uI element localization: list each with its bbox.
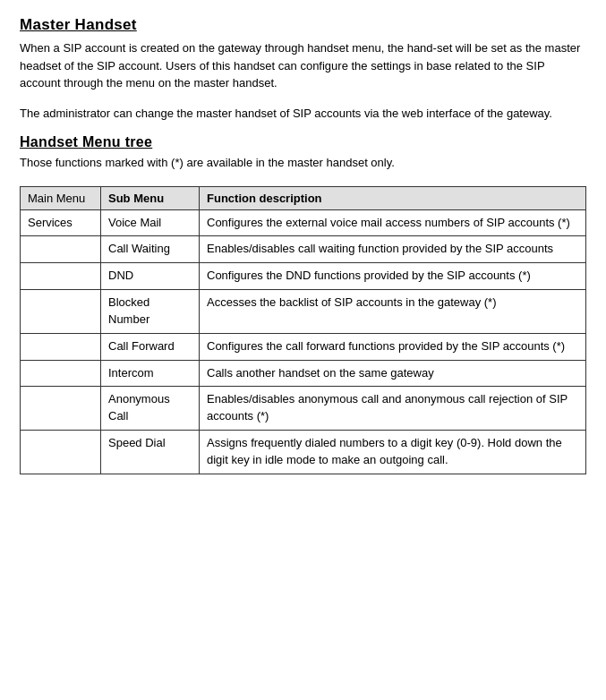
table-row: Anonymous CallEnables/disables anonymous… xyxy=(21,387,586,431)
cell-sub-menu: Call Waiting xyxy=(101,236,200,263)
menu-table: Main Menu Sub Menu Function description … xyxy=(20,186,586,474)
section-title: Handset Menu tree xyxy=(20,134,586,150)
table-row: Call WaitingEnables/disables call waitin… xyxy=(21,236,586,263)
cell-function-desc: Accesses the backlist of SIP accounts in… xyxy=(200,290,586,334)
intro-paragraph-2: The administrator can change the master … xyxy=(20,105,586,123)
table-row: Blocked NumberAccesses the backlist of S… xyxy=(21,290,586,334)
cell-function-desc: Calls another handset on the same gatewa… xyxy=(200,360,586,387)
table-row: DNDConfigures the DND functions provided… xyxy=(21,263,586,290)
header-sub-menu: Sub Menu xyxy=(101,186,200,209)
cell-function-desc: Configures the DND functions provided by… xyxy=(200,263,586,290)
cell-main-menu xyxy=(21,236,101,263)
cell-sub-menu: Speed Dial xyxy=(101,431,200,474)
cell-sub-menu: Blocked Number xyxy=(101,290,200,334)
table-row: ServicesVoice MailConfigures the externa… xyxy=(21,209,586,236)
table-row: Call ForwardConfigures the call forward … xyxy=(21,333,586,360)
cell-sub-menu: Anonymous Call xyxy=(101,387,200,431)
header-function-desc: Function description xyxy=(200,186,586,209)
page-title: Master Handset xyxy=(20,16,586,34)
intro-paragraph: When a SIP account is created on the gat… xyxy=(20,39,586,92)
cell-main-menu xyxy=(21,387,101,431)
cell-function-desc: Assigns frequently dialed numbers to a d… xyxy=(200,431,586,474)
table-row: IntercomCalls another handset on the sam… xyxy=(21,360,586,387)
cell-function-desc: Enables/disables call waiting function p… xyxy=(200,236,586,263)
table-row: Speed DialAssigns frequently dialed numb… xyxy=(21,431,586,474)
sub-intro: Those functions marked with (*) are avai… xyxy=(20,154,586,172)
cell-main-menu xyxy=(21,290,101,334)
cell-main-menu xyxy=(21,333,101,360)
cell-main-menu xyxy=(21,360,101,387)
cell-sub-menu: Voice Mail xyxy=(101,209,200,236)
cell-function-desc: Enables/disables anonymous call and anon… xyxy=(200,387,586,431)
header-main-menu: Main Menu xyxy=(21,186,101,209)
cell-sub-menu: Call Forward xyxy=(101,333,200,360)
cell-sub-menu: DND xyxy=(101,263,200,290)
cell-function-desc: Configures the external voice mail acces… xyxy=(200,209,586,236)
cell-sub-menu: Intercom xyxy=(101,360,200,387)
cell-main-menu xyxy=(21,263,101,290)
cell-main-menu: Services xyxy=(21,209,101,236)
cell-function-desc: Configures the call forward functions pr… xyxy=(200,333,586,360)
cell-main-menu xyxy=(21,431,101,474)
